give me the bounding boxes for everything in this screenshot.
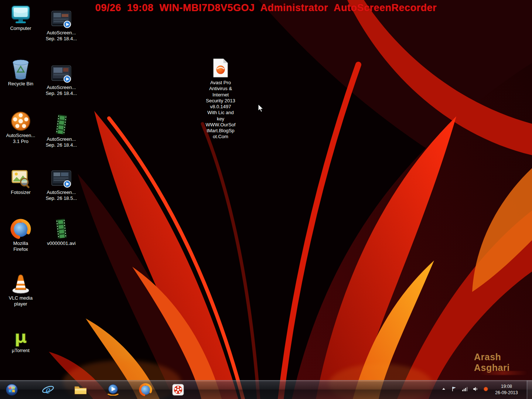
- traffic-cone-icon: [11, 273, 30, 294]
- windows-explorer-taskbar-button[interactable]: [69, 382, 92, 397]
- photo-resizer-icon: [11, 167, 31, 188]
- desktop-icon-recording-2[interactable]: AutoScreen... Sep. 26 18.4...: [43, 62, 80, 97]
- desktop-icon-label: AutoScreen... Sep. 26 18.4...: [46, 136, 77, 149]
- firefox-icon: [10, 218, 31, 239]
- firefox-taskbar-button[interactable]: [134, 382, 157, 397]
- desktop-icon-label: AutoScreen... Sep. 26 18.4...: [46, 85, 77, 97]
- internet-explorer-taskbar-button[interactable]: e: [37, 382, 59, 397]
- desktop-icon-utorrent[interactable]: µ µTorrent: [2, 325, 39, 354]
- clock-date: 26-09-2013: [495, 390, 518, 395]
- recycle-bin-icon: [11, 58, 30, 80]
- recorder-tray-icon[interactable]: [483, 386, 488, 393]
- desktop-wallpaper: [0, 0, 532, 399]
- desktop-icon-label: Fotosizer: [11, 190, 30, 195]
- desktop-icon-label: Avast Pro Antivirus & Internet Security …: [206, 80, 236, 140]
- show-desktop-button[interactable]: [527, 381, 532, 399]
- media-player-taskbar-button[interactable]: [102, 382, 124, 397]
- network-icon[interactable]: [462, 386, 468, 393]
- recorder-overlay-caption: 09/26 19:08 WIN-MBI7D8V5GOJ Administrato…: [0, 2, 532, 14]
- utorrent-icon: µ: [10, 325, 31, 347]
- desktop-icon-autoscreenrecorder-app[interactable]: AutoScreen... 3.1 Pro: [2, 110, 39, 145]
- desktop-icon-computer[interactable]: Computer: [2, 3, 39, 31]
- video-thumbnail-icon: [51, 167, 72, 188]
- desktop-icon-recording-4[interactable]: AutoScreen... Sep. 26 18.5...: [43, 167, 80, 202]
- desktop-icon-recycle-bin[interactable]: Recycle Bin: [2, 58, 39, 87]
- mouse-cursor: [258, 104, 266, 114]
- filmstrip-icon: [52, 114, 70, 135]
- action-center-icon[interactable]: [451, 386, 457, 393]
- desktop-icon-label: Computer: [10, 25, 31, 31]
- desktop-icon-vlc[interactable]: VLC media player: [2, 273, 39, 307]
- desktop-icon-label: AutoScreen... Sep. 26 18.4...: [46, 30, 77, 42]
- computer-icon: [11, 3, 31, 24]
- desktop-icon-label: v0000001.avi: [47, 241, 75, 246]
- avast-installer-icon: [212, 57, 229, 78]
- autoscreenrecorder-taskbar-button[interactable]: [167, 382, 189, 397]
- desktop-icon-firefox[interactable]: Mozilla Firefox: [2, 218, 39, 253]
- taskbar-clock[interactable]: 19:08 26-09-2013: [490, 383, 523, 396]
- desktop-icon-recording-3[interactable]: AutoScreen... Sep. 26 18.4...: [43, 114, 80, 149]
- system-tray: [441, 381, 488, 399]
- film-reel-icon: [10, 110, 31, 132]
- desktop-icon-avast-installer[interactable]: Avast Pro Antivirus & Internet Security …: [198, 57, 243, 140]
- volume-icon[interactable]: [473, 386, 478, 393]
- wallpaper-signature: Arash Asghari: [474, 352, 532, 373]
- desktop-icon-fotosizer[interactable]: Fotosizer: [2, 167, 39, 195]
- filmstrip-icon: [52, 218, 70, 239]
- desktop-icon-label: AutoScreen... Sep. 26 18.5...: [46, 190, 77, 202]
- desktop-icon-label: VLC media player: [9, 295, 33, 307]
- video-thumbnail-icon: [51, 7, 72, 29]
- desktop-icon-label: µTorrent: [12, 348, 30, 354]
- start-button[interactable]: [5, 383, 18, 396]
- desktop-icon-recording-1[interactable]: AutoScreen... Sep. 26 18.4...: [43, 7, 80, 42]
- wallpaper-signature-subtext: [479, 371, 528, 375]
- desktop-icon-label: Recycle Bin: [8, 81, 34, 87]
- desktop: 09/26 19:08 WIN-MBI7D8V5GOJ Administrato…: [0, 0, 532, 399]
- video-thumbnail-icon: [51, 62, 72, 83]
- svg-text:e: e: [46, 384, 51, 396]
- desktop-icon-label: Mozilla Firefox: [13, 241, 28, 253]
- show-hidden-icons-button[interactable]: [441, 386, 446, 393]
- svg-text:µ: µ: [14, 327, 27, 347]
- taskbar: e: [0, 380, 532, 399]
- clock-time: 19:08: [501, 384, 512, 389]
- desktop-icon-label: AutoScreen... 3.1 Pro: [6, 133, 35, 145]
- desktop-icon-avi-file[interactable]: v0000001.avi: [43, 218, 80, 246]
